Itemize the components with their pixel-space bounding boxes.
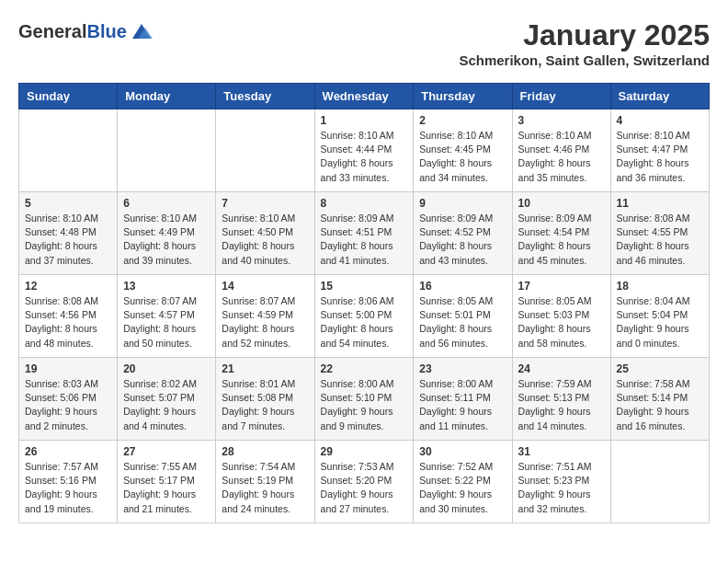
day-info: Sunrise: 8:07 AM Sunset: 4:59 PM Dayligh… <box>222 294 308 350</box>
day-info: Sunrise: 8:10 AM Sunset: 4:44 PM Dayligh… <box>321 129 408 185</box>
calendar-cell: 7Sunrise: 8:10 AM Sunset: 4:50 PM Daylig… <box>216 192 314 275</box>
calendar-cell: 31Sunrise: 7:51 AM Sunset: 5:23 PM Dayli… <box>512 441 610 523</box>
day-info: Sunrise: 8:09 AM Sunset: 4:51 PM Dayligh… <box>321 212 408 268</box>
calendar-cell: 9Sunrise: 8:09 AM Sunset: 4:52 PM Daylig… <box>414 192 512 275</box>
calendar-cell <box>19 109 118 192</box>
day-info: Sunrise: 8:07 AM Sunset: 4:57 PM Dayligh… <box>123 294 210 350</box>
logo-general-text: General <box>18 21 86 41</box>
day-number: 10 <box>518 197 605 210</box>
weekday-header-row: SundayMondayTuesdayWednesdayThursdayFrid… <box>19 84 710 109</box>
day-info: Sunrise: 8:04 AM Sunset: 5:04 PM Dayligh… <box>617 294 703 350</box>
calendar-cell: 20Sunrise: 8:02 AM Sunset: 5:07 PM Dayli… <box>118 358 216 441</box>
day-number: 22 <box>321 362 408 375</box>
day-info: Sunrise: 8:10 AM Sunset: 4:50 PM Dayligh… <box>222 212 308 268</box>
calendar-cell: 29Sunrise: 7:53 AM Sunset: 5:20 PM Dayli… <box>314 441 414 523</box>
day-number: 21 <box>222 362 308 375</box>
logo-blue-text: Blue <box>86 21 126 41</box>
calendar-cell: 27Sunrise: 7:55 AM Sunset: 5:17 PM Dayli… <box>118 441 216 523</box>
day-number: 20 <box>123 362 210 375</box>
day-number: 7 <box>222 197 308 210</box>
day-number: 15 <box>321 280 408 293</box>
title-block: January 2025 Schmerikon, Saint Gallen, S… <box>459 18 710 68</box>
weekday-header-thursday: Thursday <box>414 84 512 109</box>
location-subtitle: Schmerikon, Saint Gallen, Switzerland <box>459 52 710 68</box>
day-info: Sunrise: 8:10 AM Sunset: 4:45 PM Dayligh… <box>419 129 506 185</box>
calendar-cell: 16Sunrise: 8:05 AM Sunset: 5:01 PM Dayli… <box>414 275 512 358</box>
day-number: 8 <box>321 197 408 210</box>
week-row-4: 19Sunrise: 8:03 AM Sunset: 5:06 PM Dayli… <box>19 358 710 441</box>
calendar-cell: 28Sunrise: 7:54 AM Sunset: 5:19 PM Dayli… <box>216 441 314 523</box>
weekday-header-wednesday: Wednesday <box>314 84 414 109</box>
day-info: Sunrise: 7:54 AM Sunset: 5:19 PM Dayligh… <box>222 460 308 516</box>
calendar-cell: 2Sunrise: 8:10 AM Sunset: 4:45 PM Daylig… <box>414 109 512 192</box>
day-info: Sunrise: 8:09 AM Sunset: 4:54 PM Dayligh… <box>518 212 605 268</box>
calendar-table: SundayMondayTuesdayWednesdayThursdayFrid… <box>18 83 710 523</box>
calendar-cell: 13Sunrise: 8:07 AM Sunset: 4:57 PM Dayli… <box>118 275 216 358</box>
day-number: 31 <box>518 445 605 458</box>
calendar-cell: 21Sunrise: 8:01 AM Sunset: 5:08 PM Dayli… <box>216 358 314 441</box>
calendar-cell: 23Sunrise: 8:00 AM Sunset: 5:11 PM Dayli… <box>414 358 512 441</box>
day-number: 3 <box>518 114 605 127</box>
day-info: Sunrise: 7:53 AM Sunset: 5:20 PM Dayligh… <box>321 460 408 516</box>
calendar-cell: 26Sunrise: 7:57 AM Sunset: 5:16 PM Dayli… <box>19 441 118 523</box>
day-number: 6 <box>123 197 210 210</box>
day-info: Sunrise: 7:57 AM Sunset: 5:16 PM Dayligh… <box>25 460 111 516</box>
day-number: 18 <box>617 280 703 293</box>
day-info: Sunrise: 7:52 AM Sunset: 5:22 PM Dayligh… <box>419 460 506 516</box>
day-number: 27 <box>123 445 210 458</box>
calendar-cell: 25Sunrise: 7:58 AM Sunset: 5:14 PM Dayli… <box>610 358 709 441</box>
weekday-header-sunday: Sunday <box>19 84 118 109</box>
day-info: Sunrise: 8:05 AM Sunset: 5:01 PM Dayligh… <box>419 294 506 350</box>
day-info: Sunrise: 8:10 AM Sunset: 4:46 PM Dayligh… <box>518 129 605 185</box>
day-number: 4 <box>617 114 703 127</box>
calendar-cell: 8Sunrise: 8:09 AM Sunset: 4:51 PM Daylig… <box>314 192 414 275</box>
day-number: 29 <box>321 445 408 458</box>
day-info: Sunrise: 8:10 AM Sunset: 4:47 PM Dayligh… <box>617 129 703 185</box>
day-number: 14 <box>222 280 308 293</box>
day-info: Sunrise: 8:00 AM Sunset: 5:10 PM Dayligh… <box>321 377 408 433</box>
weekday-header-saturday: Saturday <box>610 84 709 109</box>
day-number: 26 <box>25 445 111 458</box>
calendar-cell: 24Sunrise: 7:59 AM Sunset: 5:13 PM Dayli… <box>512 358 610 441</box>
calendar-cell: 30Sunrise: 7:52 AM Sunset: 5:22 PM Dayli… <box>414 441 512 523</box>
calendar-cell: 12Sunrise: 8:08 AM Sunset: 4:56 PM Dayli… <box>19 275 118 358</box>
day-info: Sunrise: 8:10 AM Sunset: 4:48 PM Dayligh… <box>25 212 111 268</box>
calendar-cell: 10Sunrise: 8:09 AM Sunset: 4:54 PM Dayli… <box>512 192 610 275</box>
day-number: 28 <box>222 445 308 458</box>
day-info: Sunrise: 8:08 AM Sunset: 4:56 PM Dayligh… <box>25 294 111 350</box>
day-info: Sunrise: 8:02 AM Sunset: 5:07 PM Dayligh… <box>123 377 210 433</box>
day-number: 11 <box>617 197 703 210</box>
weekday-header-tuesday: Tuesday <box>216 84 314 109</box>
day-info: Sunrise: 8:03 AM Sunset: 5:06 PM Dayligh… <box>25 377 111 433</box>
day-info: Sunrise: 7:58 AM Sunset: 5:14 PM Dayligh… <box>617 377 703 433</box>
month-title: January 2025 <box>459 18 710 52</box>
calendar-cell: 15Sunrise: 8:06 AM Sunset: 5:00 PM Dayli… <box>314 275 414 358</box>
day-info: Sunrise: 8:01 AM Sunset: 5:08 PM Dayligh… <box>222 377 308 433</box>
day-info: Sunrise: 8:09 AM Sunset: 4:52 PM Dayligh… <box>419 212 506 268</box>
day-number: 23 <box>419 362 506 375</box>
calendar-cell: 22Sunrise: 8:00 AM Sunset: 5:10 PM Dayli… <box>314 358 414 441</box>
day-info: Sunrise: 7:55 AM Sunset: 5:17 PM Dayligh… <box>123 460 210 516</box>
day-info: Sunrise: 8:08 AM Sunset: 4:55 PM Dayligh… <box>617 212 703 268</box>
week-row-5: 26Sunrise: 7:57 AM Sunset: 5:16 PM Dayli… <box>19 441 710 523</box>
week-row-1: 1Sunrise: 8:10 AM Sunset: 4:44 PM Daylig… <box>19 109 710 192</box>
day-number: 19 <box>25 362 111 375</box>
day-info: Sunrise: 8:00 AM Sunset: 5:11 PM Dayligh… <box>419 377 506 433</box>
day-number: 16 <box>419 280 506 293</box>
calendar-cell <box>118 109 216 192</box>
calendar-cell: 3Sunrise: 8:10 AM Sunset: 4:46 PM Daylig… <box>512 109 610 192</box>
day-number: 9 <box>419 197 506 210</box>
calendar-cell: 18Sunrise: 8:04 AM Sunset: 5:04 PM Dayli… <box>610 275 709 358</box>
day-number: 1 <box>321 114 408 127</box>
calendar-cell: 17Sunrise: 8:05 AM Sunset: 5:03 PM Dayli… <box>512 275 610 358</box>
page-header: GeneralBlue January 2025 Schmerikon, Sai… <box>18 18 710 68</box>
calendar-cell: 11Sunrise: 8:08 AM Sunset: 4:55 PM Dayli… <box>610 192 709 275</box>
calendar-cell: 1Sunrise: 8:10 AM Sunset: 4:44 PM Daylig… <box>314 109 414 192</box>
weekday-header-friday: Friday <box>512 84 610 109</box>
day-number: 5 <box>25 197 111 210</box>
calendar-cell: 19Sunrise: 8:03 AM Sunset: 5:06 PM Dayli… <box>19 358 118 441</box>
day-number: 17 <box>518 280 605 293</box>
day-number: 2 <box>419 114 506 127</box>
logo-icon <box>129 18 154 44</box>
day-info: Sunrise: 8:06 AM Sunset: 5:00 PM Dayligh… <box>321 294 408 350</box>
